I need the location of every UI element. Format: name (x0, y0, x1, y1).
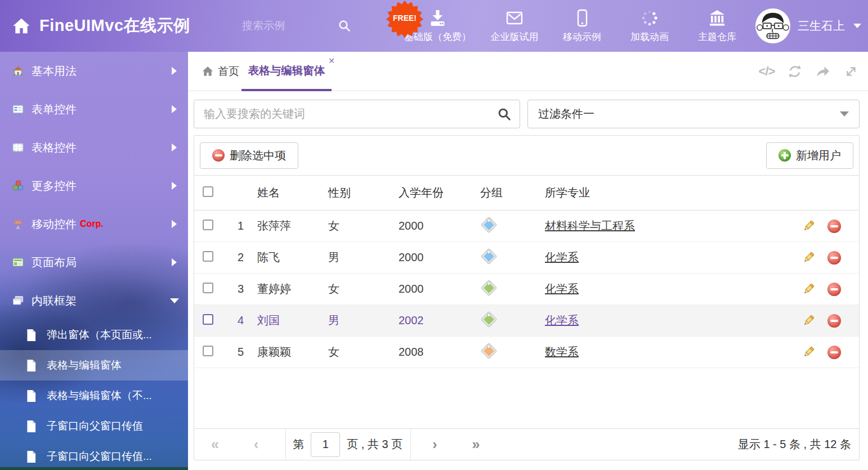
page-input[interactable] (311, 432, 340, 457)
nav-mobile-demo[interactable]: 移动示例 (558, 9, 606, 43)
sidebar-item-label: 更多控件 (32, 178, 77, 194)
row-checkbox[interactable] (203, 314, 213, 325)
table-row: 5 康颖颖 女 2008 数学系 (194, 337, 859, 368)
house-icon (12, 65, 24, 77)
cell-group (473, 283, 538, 296)
sidebar-item-label: 表格控件 (32, 140, 77, 155)
sidebar-item-form-controls[interactable]: 表单控件 (0, 90, 188, 128)
sidebar-item-label: 基本用法 (32, 64, 77, 79)
cell-actions (786, 283, 859, 296)
cell-actions (786, 220, 859, 233)
major-link[interactable]: 数学系 (545, 346, 579, 358)
major-link[interactable]: 化学系 (545, 314, 579, 326)
col-name[interactable]: 姓名 (250, 185, 321, 200)
delete-icon[interactable] (827, 283, 841, 296)
source-code-icon[interactable]: </> (759, 64, 775, 79)
main-content: 首页 表格与编辑窗体 ✕ </> 过滤条件一 (188, 52, 868, 470)
sidebar-subitem-grid-edit-window[interactable]: 表格与编辑窗体 (0, 350, 188, 381)
cell-year: 2000 (392, 283, 473, 296)
edit-icon[interactable] (802, 220, 815, 233)
share-icon[interactable] (815, 64, 831, 79)
delete-icon[interactable] (827, 220, 841, 233)
sidebar-subitem-label: 表格与编辑窗体 (47, 358, 122, 373)
nav-theme-store[interactable]: 主题仓库 (693, 9, 741, 43)
signal-icon (12, 218, 24, 230)
header-nav: 基础版（免费） 企业版试用 移动示例 加载动画 (404, 0, 741, 52)
edit-icon[interactable] (802, 346, 815, 359)
home-icon[interactable] (12, 17, 30, 34)
table-row-selected: 4 刘国 男 2002 化学系 (194, 305, 859, 337)
cell-name: 陈飞 (250, 250, 321, 265)
major-link[interactable]: 化学系 (545, 251, 579, 263)
cell-name: 董婷婷 (250, 281, 321, 297)
record-summary: 显示 1 - 5 条 , 共 12 条 (738, 437, 851, 452)
table-row: 1 张萍萍 女 2000 材料科学与工程系 (194, 211, 859, 242)
tab-home[interactable]: 首页 (202, 52, 239, 91)
delete-icon[interactable] (827, 314, 841, 328)
cell-group (473, 314, 538, 328)
file-icon (26, 329, 37, 342)
sidebar-item-mobile-controls[interactable]: 移动控件 Corp. (0, 205, 188, 243)
delete-icon[interactable] (827, 346, 841, 359)
nav-enterprise-trial[interactable]: 企业版试用 (490, 9, 539, 43)
expand-icon[interactable] (843, 64, 859, 79)
chevron-down-icon (853, 24, 861, 28)
edit-icon[interactable] (802, 283, 815, 296)
chevron-down-icon (170, 298, 179, 303)
sidebar-subitem-child-to-parent-2[interactable]: 子窗口向父窗口传值... (0, 441, 188, 470)
filter-dropdown[interactable]: 过滤条件一 (527, 100, 860, 128)
delete-icon[interactable] (827, 251, 841, 265)
cell-gender: 男 (321, 250, 392, 265)
page-label-suffix: 页 , 共 3 页 (347, 437, 402, 452)
sidebar-item-iframe[interactable]: 内联框架 (0, 281, 188, 320)
major-link[interactable]: 化学系 (545, 283, 579, 295)
mobile-icon (573, 9, 591, 27)
col-year[interactable]: 入学年份 (392, 185, 473, 200)
sidebar-subitem-grid-edit-window-2[interactable]: 表格与编辑窗体（不... (0, 381, 188, 411)
sidebar-item-more-controls[interactable]: 更多控件 (0, 167, 188, 205)
cell-gender: 男 (321, 313, 392, 328)
sidebar-subitem-child-to-parent[interactable]: 子窗口向父窗口传值 (0, 411, 188, 441)
user-menu[interactable]: 三生石上 (755, 0, 861, 52)
sidebar-subitem-label: 子窗口向父窗口传值 (47, 419, 143, 433)
row-number: 3 (226, 283, 250, 296)
search-icon[interactable] (338, 19, 351, 33)
edit-icon[interactable] (802, 314, 815, 328)
prev-page-button[interactable]: ‹ (254, 437, 258, 451)
tab-label: 表格与编辑窗体 (248, 63, 325, 78)
edit-icon[interactable] (802, 251, 815, 265)
keyword-search-input[interactable] (194, 100, 520, 128)
sidebar-item-label: 内联框架 (32, 293, 77, 308)
search-icon[interactable] (497, 107, 512, 122)
cell-major: 化学系 (538, 281, 786, 297)
tag-icon (481, 217, 496, 232)
refresh-icon[interactable] (787, 64, 803, 79)
sidebar-item-page-layout[interactable]: 页面布局 (0, 243, 188, 281)
row-checkbox[interactable] (203, 220, 213, 230)
col-gender[interactable]: 性别 (321, 185, 392, 200)
sidebar-item-basic-usage[interactable]: 基本用法 (0, 52, 188, 90)
select-all-cell (194, 186, 226, 200)
close-icon[interactable]: ✕ (328, 57, 335, 65)
col-major[interactable]: 所学专业 (538, 185, 786, 200)
last-page-button[interactable]: » (472, 437, 480, 451)
col-group[interactable]: 分组 (473, 185, 538, 200)
header-search-input[interactable] (241, 19, 333, 33)
row-checkbox[interactable] (203, 283, 213, 293)
delete-selected-button[interactable]: 删除选中项 (200, 142, 298, 169)
add-user-button[interactable]: 新增用户 (766, 142, 853, 169)
sidebar-subitem-popup-window[interactable]: 弹出窗体（本页面或... (0, 320, 188, 350)
chevron-down-icon (840, 111, 849, 117)
first-page-button[interactable]: « (211, 437, 219, 451)
nav-loading-animation[interactable]: 加载动画 (625, 9, 674, 43)
next-page-button[interactable]: › (432, 437, 437, 451)
tab-grid-edit-window[interactable]: 表格与编辑窗体 ✕ (241, 52, 332, 89)
sidebar-subitem-label: 弹出窗体（本页面或... (47, 328, 152, 342)
select-all-checkbox[interactable] (203, 186, 213, 197)
tag-icon (481, 280, 496, 296)
sidebar-item-grid-controls[interactable]: 表格控件 (0, 128, 188, 167)
cell-year: 2000 (392, 220, 473, 232)
row-checkbox[interactable] (203, 346, 213, 356)
major-link[interactable]: 材料科学与工程系 (545, 220, 635, 232)
row-checkbox[interactable] (203, 251, 213, 262)
